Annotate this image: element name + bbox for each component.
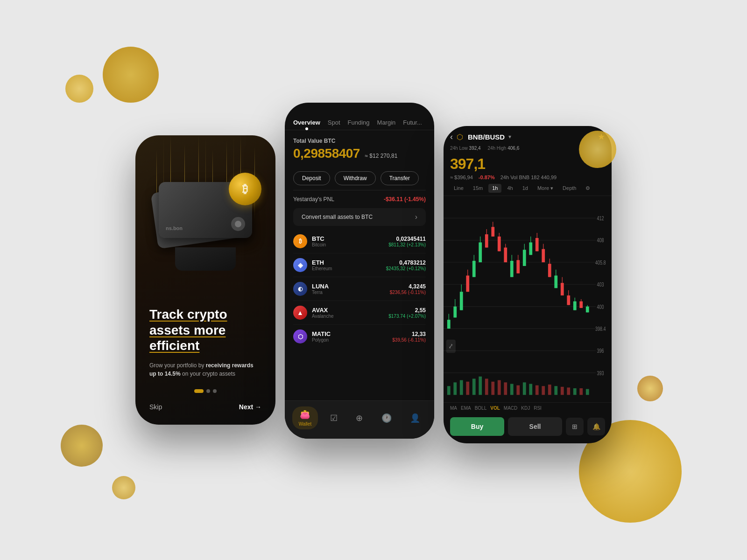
phones-container: ns.bon Track crypto assets more efficien… [135,117,612,443]
withdraw-button[interactable]: Withdraw [335,171,376,185]
svg-rect-23 [491,227,494,237]
svg-rect-17 [472,261,476,277]
skip-button[interactable]: Skip [149,403,162,411]
onboarding-nav[interactable]: Skip Next → [149,403,261,411]
tab-depth[interactable]: Depth [559,184,580,193]
chart-area: 412 408 405.8 403 400 398.4 396 393 ⤢ [444,196,612,402]
ind-boll[interactable]: BOLL [475,406,487,411]
deposit-button[interactable]: Deposit [293,171,330,185]
nav-profile[interactable]: 👤 [403,410,427,426]
svg-text:403: 403 [597,281,604,288]
trading-pair: BNB/BUSD [468,133,505,141]
tab-overview[interactable]: Overview [293,119,320,130]
svg-rect-15 [466,275,469,292]
svg-rect-21 [485,234,488,247]
nav-add[interactable]: ⊕ [349,410,369,426]
nav-history[interactable]: 🕐 [375,410,398,426]
luna-amount: 4,3245 [390,283,426,290]
svg-rect-49 [573,301,577,310]
svg-rect-47 [567,295,570,305]
convert-row[interactable]: Convert small assets to BTC › [293,208,426,226]
favorite-icon[interactable]: ★ [598,132,605,142]
indicator-tabs: MA EMA BOLL VOL MACD KDJ RSI [444,402,612,413]
svg-rect-71 [554,386,557,395]
svg-rect-74 [573,388,577,395]
transfer-button[interactable]: Transfer [381,171,419,185]
nav-check[interactable]: ☑ [324,410,344,426]
wallet-nav-label: Wallet [299,421,311,427]
tab-spot[interactable]: Spot [328,119,340,130]
bell-button[interactable]: 🔔 [587,418,605,435]
chart-timeframe-tabs: Line 15m 1h 4h 1d More ▾ Depth ⚙ [444,184,612,196]
svg-rect-9 [447,320,451,329]
calculator-button[interactable]: ⊞ [566,418,584,435]
phone-onboarding: ns.bon Track crypto assets more efficien… [135,135,275,425]
tab-settings[interactable]: ⚙ [582,184,594,193]
svg-rect-19 [479,242,482,262]
svg-rect-61 [491,382,494,395]
svg-rect-27 [504,248,507,263]
btc-icon: ₿ [293,234,307,248]
matic-name: Polygon [312,337,392,343]
tab-4h[interactable]: 4h [503,184,516,193]
luna-name: Terra [312,290,390,295]
avax-name: Avalanche [312,314,388,319]
tab-funding[interactable]: Funding [348,119,370,130]
svg-rect-11 [453,307,457,318]
svg-rect-65 [516,385,520,395]
ind-macd[interactable]: MACD [504,406,517,411]
price-change: -0.87% [479,175,495,180]
svg-rect-55 [453,382,457,395]
matic-symbol: MATIC [312,330,392,337]
tab-1h[interactable]: 1h [488,184,501,193]
avax-usd: $173.74 (+2.07%) [388,314,426,319]
ind-rsi[interactable]: RSI [534,406,542,411]
asset-row-btc[interactable]: ₿ BTC Bitcoin 0,02345411 $811,32 (+2.13%… [293,230,426,253]
convert-arrow-icon: › [415,213,417,221]
svg-rect-62 [498,380,501,395]
ind-vol[interactable]: VOL [490,406,500,411]
svg-rect-68 [536,385,539,395]
matic-info: MATIC Polygon [312,330,392,343]
tab-more[interactable]: More ▾ [534,184,557,193]
tab-1d[interactable]: 1d [519,184,532,193]
action-buttons: Deposit Withdraw Transfer [285,167,434,190]
svg-rect-59 [479,377,482,395]
ind-kdj[interactable]: KDJ [521,406,530,411]
ind-ma[interactable]: MA [450,406,457,411]
tab-futures[interactable]: Futur... [403,119,422,130]
nav-wallet[interactable]: 👛 Wallet [292,406,318,429]
svg-rect-45 [561,283,564,295]
matic-icon: ⬡ [293,329,307,343]
bell-icon: 🔔 [592,423,600,430]
deco-circle-top-left-small [65,75,93,103]
asset-row-luna[interactable]: ◐ LUNA Terra 4,3245 $236,56 (-0.11%) [293,277,426,301]
eth-values: 0,4783212 $2435,32 (+0.12%) [386,259,426,271]
tab-line[interactable]: Line [450,184,467,193]
bnb-icon: ⬡ [457,133,463,141]
phone-portfolio: Overview Spot Funding Margin Futur... To… [285,103,434,439]
tab-15m[interactable]: 15m [469,184,486,193]
svg-text:396: 396 [597,348,604,354]
svg-rect-63 [504,382,507,395]
tab-margin[interactable]: Margin [377,119,396,130]
svg-rect-60 [485,378,488,395]
luna-values: 4,3245 $236,56 (-0.11%) [390,283,426,295]
svg-rect-29 [510,261,514,277]
sell-button[interactable]: Sell [508,417,562,436]
back-button[interactable]: ‹ [450,132,453,142]
onboarding-heading: Track crypto assets more efficient [149,307,261,354]
onboarding-subtext: Grow your portfolio by receiving rewards… [149,361,261,378]
matic-usd: $39,56 (-6.11%) [392,337,426,343]
btc-values: 0,02345411 $811,32 (+2.13%) [388,236,426,247]
asset-row-avax[interactable]: ▲ AVAX Avalanche 2,55 $173.74 (+2.07%) [293,301,426,325]
eth-icon: ◈ [293,258,307,272]
asset-row-eth[interactable]: ◈ ETH Ethereum 0,4783212 $2435,32 (+0.12… [293,253,426,277]
svg-rect-66 [523,382,526,395]
next-button[interactable]: Next → [239,403,261,411]
ind-ema[interactable]: EMA [461,406,471,411]
pnl-value: -$36.11 (-1.45%) [384,196,426,203]
buy-button[interactable]: Buy [450,417,504,436]
trading-header: ‹ ⬡ BNB/BUSD ▾ ★ [444,126,612,146]
asset-row-matic[interactable]: ⬡ MATIC Polygon 12,33 $39,56 (-6.11%) [293,325,426,348]
